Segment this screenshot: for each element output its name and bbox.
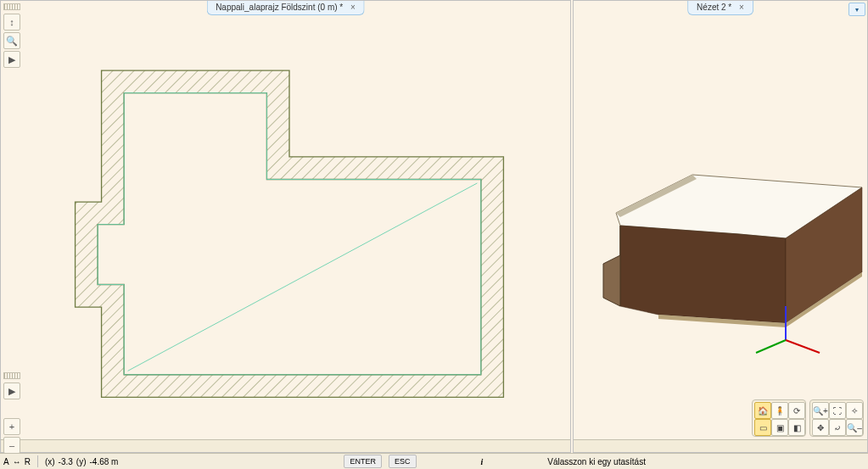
grip-icon[interactable] xyxy=(3,3,20,10)
tab-floorplan[interactable]: Nappali_alaprajz Földszint (0 m) * × xyxy=(206,1,365,15)
zoom-out-button[interactable]: 🔍– xyxy=(846,419,863,436)
coordinates-readout: (x) -3.3 (y) -4.68 m xyxy=(45,457,118,466)
flyout-icon[interactable]: ▶ xyxy=(3,382,20,399)
close-icon[interactable]: × xyxy=(739,1,744,14)
snap-text-icon[interactable]: A xyxy=(3,457,9,466)
snap-ruler-icon[interactable]: R xyxy=(25,457,31,466)
svg-line-3 xyxy=(756,340,786,353)
view-style2-button[interactable]: ◧ xyxy=(788,419,805,436)
svg-line-2 xyxy=(786,340,820,353)
room-diagonal xyxy=(128,183,478,371)
zoom-icon[interactable]: 🔍 xyxy=(3,32,20,49)
coord-y-prefix: (y) xyxy=(76,457,87,466)
tab-floorplan-label: Nappali_alaprajz Földszint (0 m) * xyxy=(216,3,343,12)
3d-view-pane[interactable]: Nézet 2 * × ▾ xyxy=(573,0,868,453)
wall-hatch xyxy=(76,70,504,397)
separator xyxy=(37,455,38,467)
model-bump-side xyxy=(603,226,620,306)
zoom-cluster: 🔍+ ⛶ ✧ ✥ ⤾ 🔍– xyxy=(809,399,864,437)
zoom-fit-button[interactable]: ⛶ xyxy=(829,402,846,419)
scrollbar-horizontal[interactable] xyxy=(574,439,867,452)
status-bar: A ↔ R (x) -3.3 (y) -4.68 m ENTER ESC i V… xyxy=(0,453,868,469)
view-box-button[interactable]: ▭ xyxy=(754,419,771,436)
nav-cluster: 🏠 🧍 ⟳ ▭ ▣ ◧ 🔍+ ⛶ ✧ ✥ ⤾ 🔍– xyxy=(752,399,864,437)
view-walk-button[interactable]: 🧍 xyxy=(771,402,788,419)
floorplan-pane[interactable]: Nappali_alaprajz Földszint (0 m) * × ↕ 🔍… xyxy=(0,0,571,453)
left-toolbar: ↕ 🔍 ▶ xyxy=(3,3,20,68)
coord-x-prefix: (x) xyxy=(45,457,55,466)
view-mode-cluster: 🏠 🧍 ⟳ ▭ ▣ ◧ xyxy=(752,399,806,437)
snap-modes: A ↔ R xyxy=(3,457,31,466)
snap-angle-icon[interactable]: ↔ xyxy=(13,457,21,466)
flyout-icon[interactable]: ▶ xyxy=(3,51,20,68)
tab-3dview-label: Nézet 2 * xyxy=(697,3,731,12)
tab-3dview[interactable]: Nézet 2 * × xyxy=(687,1,753,15)
info-icon[interactable]: i xyxy=(481,457,484,466)
zoom-extents-button[interactable]: ✧ xyxy=(846,402,863,419)
left-toolbar-lower: ▶ + – xyxy=(3,372,20,454)
view-dropdown-icon[interactable]: ▾ xyxy=(848,3,865,16)
zoom-in-button[interactable]: 🔍+ xyxy=(812,402,829,419)
zoom-out-icon[interactable]: – xyxy=(3,437,20,454)
status-hint: Válasszon ki egy utasítást xyxy=(547,457,646,466)
close-icon[interactable]: × xyxy=(350,1,356,14)
zoom-in-icon[interactable]: + xyxy=(3,418,20,435)
grip-icon[interactable] xyxy=(3,372,20,379)
coord-y-value: -4.68 m xyxy=(89,457,118,466)
pan-button[interactable]: ✥ xyxy=(812,419,829,436)
view-home-button[interactable]: 🏠 xyxy=(754,402,771,419)
scroll-vertical-icon[interactable]: ↕ xyxy=(3,14,20,31)
view-orbit-button[interactable]: ⟳ xyxy=(788,402,805,419)
floorplan-canvas[interactable] xyxy=(26,18,552,446)
3d-canvas[interactable] xyxy=(574,18,867,416)
scrollbar-horizontal[interactable] xyxy=(1,439,570,452)
model-front-wall xyxy=(620,226,786,323)
view-style1-button[interactable]: ▣ xyxy=(771,419,788,436)
coord-x-value: -3.3 xyxy=(59,457,73,466)
esc-button[interactable]: ESC xyxy=(389,455,417,468)
rotate-button[interactable]: ⤾ xyxy=(829,419,846,436)
enter-button[interactable]: ENTER xyxy=(344,455,382,468)
